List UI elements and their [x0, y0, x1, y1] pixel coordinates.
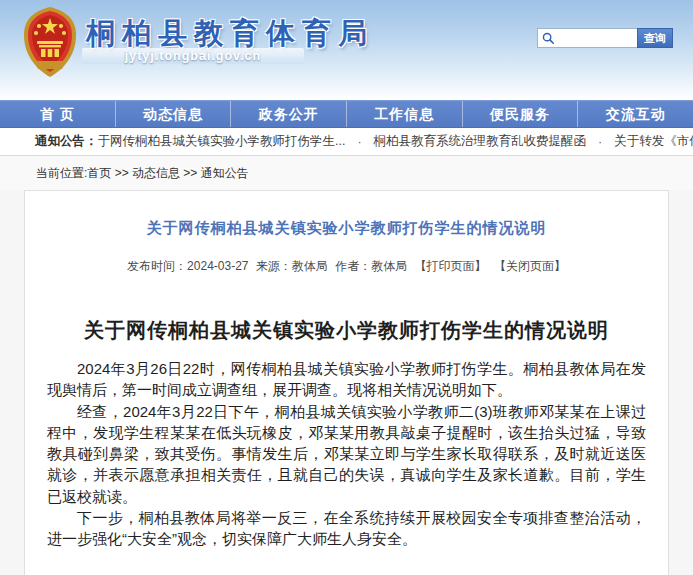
ticker-separator: · [586, 135, 614, 149]
article-source: 来源：教体局 [256, 259, 328, 273]
site-url-band: jytyj.tongbai.gov.cn [82, 48, 304, 64]
search-icon [541, 31, 555, 45]
ticker-item[interactable]: 于网传桐柏县城关镇实验小学教师打伤学生... [98, 133, 346, 150]
ticker-item[interactable]: 关于转发《市信用办关于开展南阳市第二批信... [614, 133, 693, 150]
nav-item-work-info[interactable]: 工作信息 [346, 101, 462, 127]
ticker-item[interactable]: 桐柏县教育系统治理教育乱收费提醒函 [374, 133, 587, 150]
article-paragraph: 2024年3月26日22时，网传桐柏县城关镇实验小学教师打伤学生。桐柏县教体局在… [47, 358, 646, 401]
article-author: 作者：教体局 [335, 259, 407, 273]
article-meta: 发布时间：2024-03-27 来源：教体局 作者：教体局 【打印页面】 【关闭… [25, 258, 668, 275]
publish-time: 发布时间：2024-03-27 [127, 259, 248, 273]
close-page-link[interactable]: 【关闭页面】 [494, 259, 566, 273]
article-paragraph: 下一步，桐柏县教体局将举一反三，在全系统持续开展校园安全专项排查整治活动，进一步… [47, 507, 646, 550]
notice-ticker: 通知公告： 于网传桐柏县城关镇实验小学教师打伤学生... · 桐柏县教育系统治理… [0, 128, 693, 156]
article-paragraph: 经查，2024年3月22日下午，桐柏县城关镇实验小学教师二(3)班教师邓某某在上… [47, 401, 646, 507]
ticker-separator: · [345, 135, 373, 149]
ticker-label: 通知公告： [35, 133, 98, 150]
search-area: 查询 [537, 28, 673, 48]
print-page-link[interactable]: 【打印页面】 [415, 259, 487, 273]
site-url: jytyj.tongbai.gov.cn [82, 48, 304, 64]
national-emblem-logo [20, 5, 80, 79]
nav-item-services[interactable]: 便民服务 [462, 101, 578, 127]
nav-item-home[interactable]: 首 页 [0, 101, 115, 127]
nav-item-gov-affairs[interactable]: 政务公开 [230, 101, 346, 127]
nav-item-dynamic-info[interactable]: 动态信息 [115, 101, 231, 127]
search-button[interactable]: 查询 [637, 28, 673, 48]
nav-item-interaction[interactable]: 交流互动 [577, 101, 693, 127]
article-body: 2024年3月26日22时，网传桐柏县城关镇实验小学教师打伤学生。桐柏县教体局在… [25, 344, 668, 550]
breadcrumb: 当前位置:首页 >> 动态信息 >> 通知公告 [0, 156, 693, 190]
site-header: 桐柏县教育体育局 jytyj.tongbai.gov.cn 查询 [0, 0, 693, 100]
main-nav: 首 页 动态信息 政务公开 工作信息 便民服务 交流互动 [0, 100, 693, 128]
article-page-title: 关于网传桐柏县城关镇实验小学教师打伤学生的情况说明 [25, 219, 668, 238]
page: 桐柏县教育体育局 jytyj.tongbai.gov.cn 查询 首 页 动态信… [0, 0, 693, 575]
article-heading: 关于网传桐柏县城关镇实验小学教师打伤学生的情况说明 [25, 317, 668, 344]
article-content-box: 关于网传桐柏县城关镇实验小学教师打伤学生的情况说明 发布时间：2024-03-2… [24, 190, 669, 575]
